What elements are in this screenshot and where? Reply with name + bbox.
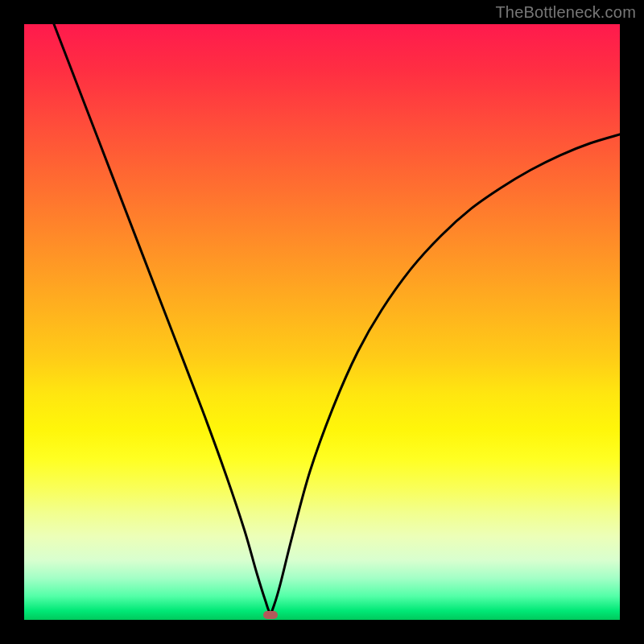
watermark-text: TheBottleneck.com	[495, 3, 636, 22]
plot-area	[24, 24, 620, 620]
chart-frame: TheBottleneck.com	[0, 0, 644, 644]
bottleneck-curve-path	[54, 24, 620, 613]
optimum-marker	[263, 611, 278, 619]
curve-layer	[24, 24, 620, 620]
